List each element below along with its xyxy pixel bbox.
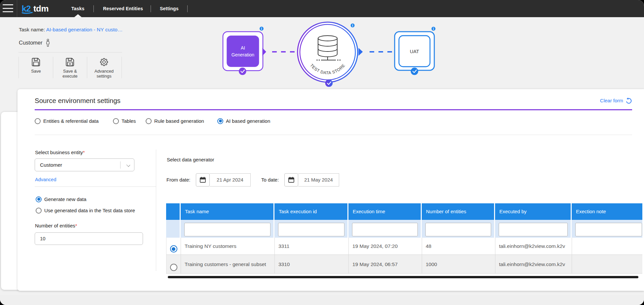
svg-text:AI: AI	[241, 45, 245, 51]
svg-text:tdm: tdm	[33, 4, 49, 13]
svg-text:k2: k2	[22, 4, 31, 13]
svg-text:Generation: Generation	[232, 52, 254, 57]
svg-text:UAT: UAT	[410, 49, 419, 54]
